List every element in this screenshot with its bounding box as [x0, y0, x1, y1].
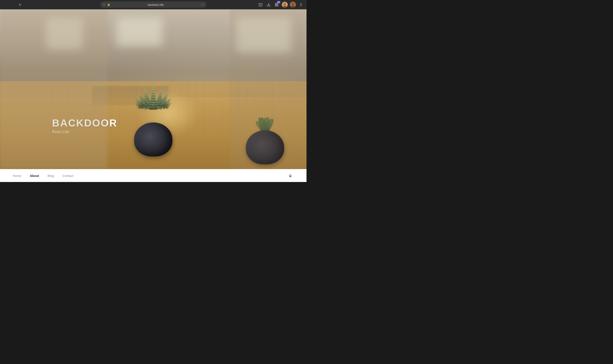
nav-blog[interactable]: Blog — [47, 174, 54, 178]
lock-icon: 🔒 — [107, 3, 110, 6]
nav-home[interactable]: Home — [13, 174, 21, 178]
browser-nav-buttons: ← → ↻ — [2, 2, 23, 8]
shield-icon: 🛡 — [103, 3, 105, 6]
svg-point-12 — [301, 4, 301, 5]
main-pot-body — [134, 122, 172, 156]
url-text: backdoor.htb — [112, 3, 199, 6]
svg-rect-3 — [277, 5, 278, 6]
nav-bar: Home About Blog Contact — [0, 169, 306, 182]
svg-rect-1 — [275, 3, 276, 4]
pocket-button[interactable] — [258, 2, 263, 8]
website-content: BACKDOOR Real-Life Home About Blog Conta… — [0, 9, 306, 182]
badge-count: 13 — [277, 1, 281, 3]
nav-contact[interactable]: Contact — [62, 174, 73, 178]
back-button[interactable]: ← — [2, 2, 9, 8]
svg-point-13 — [301, 6, 301, 6]
menu-button[interactable] — [298, 2, 304, 8]
browser-chrome: ← → ↻ 🛡 🔒 backdoor.htb ☆ — [0, 0, 306, 9]
blur-right — [230, 9, 306, 169]
badge-container: 13 — [274, 2, 280, 8]
svg-point-11 — [301, 3, 301, 4]
svg-point-9 — [292, 3, 294, 5]
svg-point-6 — [284, 3, 286, 5]
bookmark-button[interactable]: ☆ — [201, 3, 204, 7]
nav-links: Home About Blog Contact — [13, 174, 73, 178]
avatar-2[interactable] — [290, 2, 296, 8]
svg-rect-4 — [275, 5, 276, 6]
window-center — [116, 17, 163, 46]
hero-section: BACKDOOR Real-Life — [0, 9, 306, 169]
address-bar[interactable]: 🛡 🔒 backdoor.htb ☆ — [100, 1, 206, 8]
blur-left — [0, 9, 107, 169]
address-bar-container: 🛡 🔒 backdoor.htb ☆ — [100, 1, 206, 8]
avatar-1[interactable] — [282, 2, 288, 8]
download-button[interactable] — [266, 2, 272, 8]
svg-rect-2 — [277, 3, 278, 4]
refresh-button[interactable]: ↻ — [17, 2, 23, 8]
scroll-down-button[interactable] — [287, 172, 294, 179]
right-toolbar: 13 — [258, 2, 304, 8]
nav-about[interactable]: About — [30, 174, 39, 178]
forward-button[interactable]: → — [10, 2, 16, 8]
main-plant-pot — [132, 114, 175, 156]
